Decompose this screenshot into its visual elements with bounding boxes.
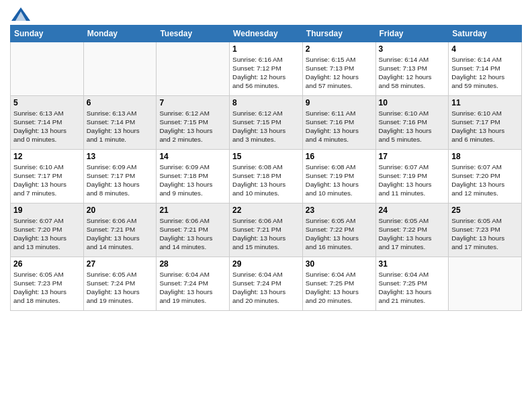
cell-info-text: Sunrise: 6:07 AMSunset: 7:19 PMDaylight:… (379, 163, 446, 198)
weekday-header-thursday: Thursday (302, 25, 375, 42)
cell-info-text: Sunrise: 6:14 AMSunset: 7:14 PMDaylight:… (451, 55, 519, 91)
cell-date-number: 26 (13, 259, 81, 269)
calendar-week-3: 12Sunrise: 6:10 AMSunset: 7:17 PMDayligh… (11, 149, 522, 203)
weekday-header-row: SundayMondayTuesdayWednesdayThursdayFrid… (11, 25, 522, 42)
cell-info-text: Sunrise: 6:09 AMSunset: 7:17 PMDaylight:… (87, 163, 154, 198)
calendar-cell: 6Sunrise: 6:13 AMSunset: 7:14 PMDaylight… (83, 95, 157, 149)
cell-info-text: Sunrise: 6:05 AMSunset: 7:24 PMDaylight:… (87, 270, 154, 306)
calendar-cell: 9Sunrise: 6:11 AMSunset: 7:16 PMDaylight… (302, 95, 375, 149)
cell-info-text: Sunrise: 6:04 AMSunset: 7:24 PMDaylight:… (159, 270, 226, 306)
cell-info-text: Sunrise: 6:05 AMSunset: 7:23 PMDaylight:… (451, 216, 519, 252)
calendar-cell: 8Sunrise: 6:12 AMSunset: 7:15 PMDaylight… (230, 95, 303, 149)
calendar-cell: 15Sunrise: 6:08 AMSunset: 7:18 PMDayligh… (230, 149, 303, 203)
cell-info-text: Sunrise: 6:15 AMSunset: 7:13 PMDaylight:… (306, 55, 373, 91)
weekday-header-wednesday: Wednesday (230, 25, 303, 42)
cell-info-text: Sunrise: 6:04 AMSunset: 7:24 PMDaylight:… (232, 270, 300, 306)
cell-info-text: Sunrise: 6:12 AMSunset: 7:15 PMDaylight:… (159, 109, 226, 144)
cell-date-number: 11 (451, 98, 519, 107)
cell-info-text: Sunrise: 6:06 AMSunset: 7:21 PMDaylight:… (159, 216, 226, 252)
header (10, 7, 522, 21)
logo-icon (11, 7, 30, 21)
calendar-cell: 27Sunrise: 6:05 AMSunset: 7:24 PMDayligh… (83, 257, 157, 310)
cell-date-number: 16 (306, 152, 373, 161)
calendar-cell: 29Sunrise: 6:04 AMSunset: 7:24 PMDayligh… (230, 257, 303, 310)
calendar-cell (449, 257, 522, 310)
cell-info-text: Sunrise: 6:16 AMSunset: 7:12 PMDaylight:… (232, 55, 300, 91)
weekday-header-saturday: Saturday (449, 25, 522, 42)
cell-date-number: 4 (451, 44, 519, 54)
cell-info-text: Sunrise: 6:07 AMSunset: 7:20 PMDaylight:… (451, 163, 519, 198)
calendar-cell: 14Sunrise: 6:09 AMSunset: 7:18 PMDayligh… (157, 149, 230, 203)
calendar-cell: 19Sunrise: 6:07 AMSunset: 7:20 PMDayligh… (11, 203, 84, 257)
calendar-week-4: 19Sunrise: 6:07 AMSunset: 7:20 PMDayligh… (11, 203, 522, 257)
cell-date-number: 21 (159, 205, 226, 215)
cell-info-text: Sunrise: 6:09 AMSunset: 7:18 PMDaylight:… (159, 163, 226, 198)
calendar-cell: 26Sunrise: 6:05 AMSunset: 7:23 PMDayligh… (11, 257, 84, 310)
cell-info-text: Sunrise: 6:08 AMSunset: 7:19 PMDaylight:… (306, 163, 373, 198)
logo (10, 7, 30, 21)
calendar-cell: 25Sunrise: 6:05 AMSunset: 7:23 PMDayligh… (449, 203, 522, 257)
cell-info-text: Sunrise: 6:05 AMSunset: 7:22 PMDaylight:… (306, 216, 373, 252)
cell-date-number: 5 (13, 98, 81, 107)
calendar-cell: 30Sunrise: 6:04 AMSunset: 7:25 PMDayligh… (302, 257, 375, 310)
cell-info-text: Sunrise: 6:11 AMSunset: 7:16 PMDaylight:… (306, 109, 373, 144)
cell-date-number: 30 (306, 259, 373, 269)
weekday-header-friday: Friday (375, 25, 449, 42)
calendar-cell: 31Sunrise: 6:04 AMSunset: 7:25 PMDayligh… (375, 257, 449, 310)
calendar-cell: 16Sunrise: 6:08 AMSunset: 7:19 PMDayligh… (302, 149, 375, 203)
calendar-cell: 21Sunrise: 6:06 AMSunset: 7:21 PMDayligh… (157, 203, 230, 257)
cell-date-number: 14 (159, 152, 226, 161)
calendar-week-2: 5Sunrise: 6:13 AMSunset: 7:14 PMDaylight… (11, 95, 522, 149)
cell-info-text: Sunrise: 6:04 AMSunset: 7:25 PMDaylight:… (379, 270, 446, 306)
calendar-week-1: 1Sunrise: 6:16 AMSunset: 7:12 PMDaylight… (11, 42, 522, 95)
cell-date-number: 25 (451, 205, 519, 215)
calendar-cell: 28Sunrise: 6:04 AMSunset: 7:24 PMDayligh… (157, 257, 230, 310)
calendar-week-5: 26Sunrise: 6:05 AMSunset: 7:23 PMDayligh… (11, 257, 522, 310)
calendar-cell: 11Sunrise: 6:10 AMSunset: 7:17 PMDayligh… (449, 95, 522, 149)
calendar-cell: 1Sunrise: 6:16 AMSunset: 7:12 PMDaylight… (230, 42, 303, 95)
calendar-cell: 2Sunrise: 6:15 AMSunset: 7:13 PMDaylight… (302, 42, 375, 95)
calendar-cell (11, 42, 84, 95)
cell-info-text: Sunrise: 6:10 AMSunset: 7:16 PMDaylight:… (379, 109, 446, 144)
cell-info-text: Sunrise: 6:05 AMSunset: 7:22 PMDaylight:… (379, 216, 446, 252)
cell-info-text: Sunrise: 6:04 AMSunset: 7:25 PMDaylight:… (306, 270, 373, 306)
cell-date-number: 3 (379, 44, 446, 54)
cell-date-number: 2 (306, 44, 373, 54)
cell-info-text: Sunrise: 6:07 AMSunset: 7:20 PMDaylight:… (13, 216, 81, 252)
cell-date-number: 22 (232, 205, 300, 215)
cell-date-number: 13 (87, 152, 154, 161)
calendar-cell: 22Sunrise: 6:06 AMSunset: 7:21 PMDayligh… (230, 203, 303, 257)
calendar-cell: 17Sunrise: 6:07 AMSunset: 7:19 PMDayligh… (375, 149, 449, 203)
calendar-table: SundayMondayTuesdayWednesdayThursdayFrid… (10, 25, 522, 311)
calendar-cell: 5Sunrise: 6:13 AMSunset: 7:14 PMDaylight… (11, 95, 84, 149)
cell-info-text: Sunrise: 6:10 AMSunset: 7:17 PMDaylight:… (451, 109, 519, 144)
cell-info-text: Sunrise: 6:05 AMSunset: 7:23 PMDaylight:… (13, 270, 81, 306)
cell-date-number: 6 (87, 98, 154, 107)
cell-info-text: Sunrise: 6:06 AMSunset: 7:21 PMDaylight:… (87, 216, 154, 252)
calendar-cell (157, 42, 230, 95)
cell-date-number: 12 (13, 152, 81, 161)
cell-date-number: 10 (379, 98, 446, 107)
cell-info-text: Sunrise: 6:08 AMSunset: 7:18 PMDaylight:… (232, 163, 300, 198)
weekday-header-tuesday: Tuesday (157, 25, 230, 42)
cell-date-number: 18 (451, 152, 519, 161)
calendar-cell: 4Sunrise: 6:14 AMSunset: 7:14 PMDaylight… (449, 42, 522, 95)
cell-date-number: 9 (306, 98, 373, 107)
cell-date-number: 27 (87, 259, 154, 269)
cell-date-number: 1 (232, 44, 300, 54)
cell-date-number: 19 (13, 205, 81, 215)
cell-date-number: 15 (232, 152, 300, 161)
main-container: SundayMondayTuesdayWednesdayThursdayFrid… (0, 0, 532, 318)
cell-date-number: 20 (87, 205, 154, 215)
weekday-header-sunday: Sunday (11, 25, 84, 42)
calendar-cell: 18Sunrise: 6:07 AMSunset: 7:20 PMDayligh… (449, 149, 522, 203)
cell-date-number: 31 (379, 259, 446, 269)
cell-info-text: Sunrise: 6:14 AMSunset: 7:13 PMDaylight:… (379, 55, 446, 91)
cell-date-number: 23 (306, 205, 373, 215)
cell-date-number: 17 (379, 152, 446, 161)
logo-text (10, 7, 30, 21)
calendar-cell: 7Sunrise: 6:12 AMSunset: 7:15 PMDaylight… (157, 95, 230, 149)
cell-info-text: Sunrise: 6:06 AMSunset: 7:21 PMDaylight:… (232, 216, 300, 252)
cell-info-text: Sunrise: 6:13 AMSunset: 7:14 PMDaylight:… (87, 109, 154, 144)
cell-date-number: 7 (159, 98, 226, 107)
